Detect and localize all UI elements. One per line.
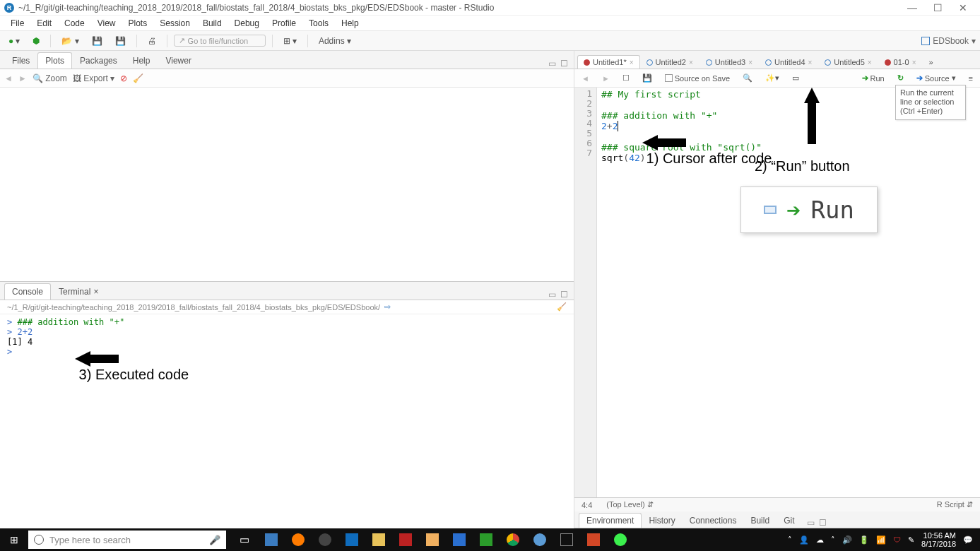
rerun-button[interactable]: ↻ [895,73,907,83]
menu-code[interactable]: Code [58,17,91,30]
source-tab[interactable]: Untitled1* × [577,55,640,69]
minimize-button[interactable]: — [899,2,925,13]
taskbar-search[interactable]: Type here to search 🎤 [28,531,226,549]
maximize-pane-icon[interactable]: ☐ [819,518,827,528]
project-menu[interactable]: EDSbook ▾ [921,36,976,46]
zoom-button[interactable]: 🔍 Zoom [33,73,67,83]
source-tab[interactable]: Untitled3 × [699,55,759,69]
scope-indicator[interactable]: (Top Level) ⇵ [606,500,653,509]
wand-button[interactable]: ✨▾ [762,73,782,83]
tray-wifi-icon[interactable]: 📶 [876,535,886,545]
find-button[interactable]: 🔍 [740,73,755,83]
tab-history[interactable]: History [642,514,682,528]
app-icon[interactable] [393,528,418,551]
menu-help[interactable]: Help [335,17,365,30]
back-button[interactable]: ◄ [579,73,592,83]
source-tab[interactable]: Untitled2 × [640,55,699,69]
compile-button[interactable]: ▭ [789,73,802,83]
menu-debug[interactable]: Debug [228,17,266,30]
source-tab[interactable]: 01-0 × [878,55,923,69]
source-tab[interactable]: Untitled4 × [759,55,818,69]
tab-files[interactable]: Files [4,52,37,69]
menu-profile[interactable]: Profile [266,17,302,30]
minimize-pane-icon[interactable]: ▭ [548,59,556,69]
task-view-button[interactable]: ▭ [232,528,257,551]
menu-session[interactable]: Session [153,17,196,30]
source-on-save-toggle[interactable]: Source on Save [662,73,733,83]
tab-viewer[interactable]: Viewer [158,52,199,69]
taskbar-clock[interactable]: 10:56 AM8/17/2018 [921,531,956,548]
maximize-pane-icon[interactable]: ☐ [560,290,568,300]
tray-people-icon[interactable]: 👤 [799,535,809,545]
tab-terminal[interactable]: Terminal × [51,283,106,300]
open-button[interactable]: 📂 ▾ [57,34,83,48]
new-project-button[interactable]: ⬢ [28,34,44,48]
tray-chevron-icon[interactable]: ˄ [788,535,792,545]
run-button[interactable]: ➔ Run [859,73,887,83]
clear-plots-button[interactable]: 🧹 [133,73,143,83]
code-editor[interactable]: 1234567 ## My first script ### addition … [574,88,980,497]
maximize-button[interactable]: ☐ [925,2,950,13]
addins-menu[interactable]: Addins ▾ [314,34,355,48]
app-icon-green2[interactable] [608,528,633,551]
minimize-pane-icon[interactable]: ▭ [807,518,815,528]
clear-console-button[interactable]: 🧹 [557,302,567,312]
mic-icon[interactable]: 🎤 [209,535,220,545]
source-tab[interactable]: Untitled5 × [818,55,878,69]
close-button[interactable]: ✕ [950,2,976,13]
tray-security-icon[interactable]: 🛡 [893,535,901,544]
store-icon[interactable] [447,528,472,551]
explorer-icon[interactable] [366,528,391,551]
tray-cloud-icon[interactable]: ☁ [816,535,824,545]
tab-console[interactable]: Console [4,283,51,300]
minimize-pane-icon[interactable]: ▭ [548,290,556,300]
outlook-icon[interactable] [339,528,365,551]
maximize-pane-icon[interactable]: ☐ [560,59,568,69]
tab-build[interactable]: Build [743,514,777,528]
tab-git[interactable]: Git [777,514,801,528]
plots-forward-button[interactable]: ► [18,73,27,83]
console-output[interactable]: > ### addition with "+" > 2+2 [1] 4 > 3)… [0,314,574,528]
tab-connections[interactable]: Connections [683,514,744,528]
plots-back-button[interactable]: ◄ [4,73,13,83]
save-all-button[interactable]: 💾 [111,34,130,48]
app-icon-ws[interactable] [554,528,579,551]
show-in-new-window-button[interactable]: ☐ [620,73,632,83]
menu-file[interactable]: File [4,17,30,30]
save-button[interactable]: 💾 [639,73,655,83]
tray-volume-icon[interactable]: 🔊 [842,535,852,545]
tab-help[interactable]: Help [125,52,158,69]
menu-tools[interactable]: Tools [302,17,335,30]
tab-packages[interactable]: Packages [72,52,125,69]
file-explorer-icon[interactable] [420,528,445,551]
print-button[interactable]: 🖨 [143,34,160,48]
export-button[interactable]: 🖼 Export ▾ [73,73,114,83]
tray-pen-icon[interactable]: ✎ [908,535,914,545]
code-text[interactable]: ## My first script ### addition with "+"… [597,88,980,497]
chrome-icon[interactable] [500,528,526,551]
app-icon-green[interactable] [473,528,499,551]
menu-build[interactable]: Build [196,17,228,30]
tray-battery-icon[interactable]: 🔋 [859,535,869,545]
new-file-button[interactable]: ● ▾ [4,34,24,48]
rstudio-taskbar-icon[interactable] [527,528,553,551]
menu-edit[interactable]: Edit [30,17,58,30]
remove-plot-button[interactable]: ⊘ [120,73,127,83]
menu-view[interactable]: View [91,17,122,30]
goto-file-function[interactable]: ↗Go to file/function [174,35,266,47]
file-type-indicator[interactable]: R Script ⇵ [937,500,973,509]
notifications-icon[interactable]: 💬 [963,535,973,545]
source-button[interactable]: ➔ Source ▾ [914,73,959,83]
outline-button[interactable]: ≡ [966,73,976,83]
start-button[interactable]: ⊞ [0,534,28,545]
obs-icon[interactable] [312,528,338,551]
tab-plots[interactable]: Plots [37,52,72,69]
tab-environment[interactable]: Environment [579,513,642,528]
tray-up-icon[interactable]: ˄ [831,535,835,545]
powerpoint-icon[interactable] [581,528,606,551]
forward-button[interactable]: ► [599,73,613,83]
save-button[interactable]: 💾 [88,34,107,48]
source-tabs-more[interactable]: » [922,55,939,69]
grid-button[interactable]: ⊞ ▾ [279,34,301,48]
firefox-icon[interactable] [285,528,311,551]
